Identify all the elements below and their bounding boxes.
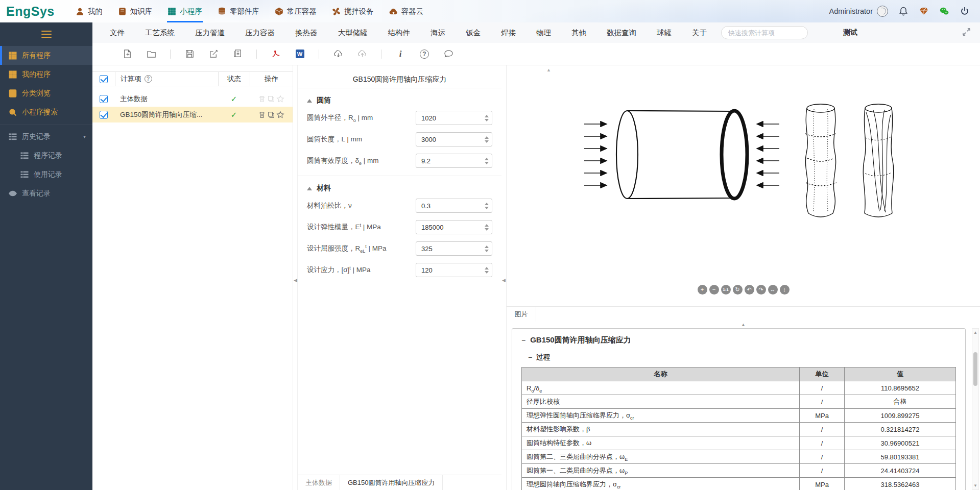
delete-icon[interactable]	[258, 95, 266, 103]
section-material[interactable]: 材料	[307, 184, 492, 193]
collapse-left-icon[interactable]: ◀	[294, 278, 297, 283]
spinner-buttons[interactable]	[482, 220, 492, 234]
nav-item-cloud[interactable]: 容器云	[381, 0, 432, 22]
tab-marine[interactable]: 海运	[420, 22, 456, 43]
tab-storage-tank[interactable]: 大型储罐	[328, 22, 378, 43]
spinner-buttons[interactable]	[482, 242, 492, 255]
export-pdf-button[interactable]	[271, 49, 281, 59]
number-input[interactable]	[416, 132, 492, 146]
yield-strength-input[interactable]	[416, 245, 482, 253]
table-row-selected[interactable]: GB150圆筒许用轴向压缩... ✓	[92, 107, 293, 122]
sidebar-item-usage-records[interactable]: 使用记录	[0, 165, 92, 184]
redo-rotate-button[interactable]: ↷	[756, 285, 766, 295]
help-circle-icon[interactable]: ?	[145, 75, 152, 83]
export-word-button[interactable]: W	[295, 49, 305, 59]
results-title-row[interactable]: − GB150圆筒许用轴向压缩应力	[521, 335, 956, 345]
sidebar-collapse-button[interactable]	[0, 22, 92, 46]
row-checkbox[interactable]	[100, 111, 108, 119]
collapse-up-icon[interactable]: ▲	[741, 322, 746, 327]
number-input[interactable]	[416, 154, 492, 168]
star-icon[interactable]	[276, 95, 284, 103]
tab-sphere-tank[interactable]: 球罐	[647, 22, 682, 43]
search-input[interactable]	[728, 29, 801, 37]
spinner-buttons[interactable]	[482, 111, 492, 125]
sidebar-item-app-search[interactable]: 小程序搜索	[0, 103, 92, 121]
nav-item-my[interactable]: 我的	[68, 0, 110, 22]
tab-data-query[interactable]: 数据查询	[596, 22, 647, 43]
sidebar-group-history[interactable]: 历史记录 ▾	[0, 127, 92, 146]
collapse-minus-icon[interactable]: −	[528, 353, 532, 361]
spinner-buttons[interactable]	[482, 133, 492, 146]
zoom-in-button[interactable]: +	[698, 285, 707, 295]
scrollbar[interactable]: ▲ ▼	[972, 328, 979, 490]
chevron-down-icon[interactable]: ▾	[83, 134, 86, 139]
sidebar-item-category-browse[interactable]: 分类浏览	[0, 84, 92, 103]
results-splitter[interactable]: ▲	[507, 322, 980, 328]
table-row[interactable]: 主体数据 ✓	[92, 91, 293, 107]
user-menu[interactable]: Administrator	[829, 6, 888, 17]
flip-horizontal-button[interactable]: ↔	[768, 285, 778, 295]
thickness-input[interactable]	[416, 157, 482, 165]
nav-item-parts[interactable]: 零部件库	[210, 0, 267, 22]
copy-icon[interactable]	[267, 95, 275, 103]
scrollbar-thumb[interactable]	[973, 352, 977, 386]
tab-pressure-vessel[interactable]: 压力容器	[235, 22, 285, 43]
info-button[interactable]: i	[395, 49, 405, 59]
help-button[interactable]: ?	[419, 49, 429, 59]
copy-icon[interactable]	[267, 111, 275, 119]
flip-vertical-button[interactable]: ↕	[780, 285, 790, 295]
scroll-down-icon[interactable]: ▼	[973, 483, 977, 488]
rotate-button[interactable]: ↻	[733, 285, 743, 295]
collapse-up-icon[interactable]: ▲	[546, 67, 551, 72]
quick-search[interactable]	[721, 26, 808, 39]
number-input[interactable]	[416, 263, 492, 277]
sidebar-item-view-records[interactable]: 查看记录	[0, 184, 92, 203]
report-button[interactable]	[232, 49, 243, 59]
elastic-modulus-input[interactable]	[416, 224, 482, 231]
tab-structure[interactable]: 结构件	[378, 22, 421, 43]
spinner-buttons[interactable]	[482, 263, 492, 277]
poisson-input[interactable]	[416, 202, 482, 210]
number-input[interactable]	[416, 220, 492, 234]
design-stress-input[interactable]	[416, 266, 482, 274]
tab-heat-exchanger[interactable]: 换热器	[285, 22, 328, 43]
scroll-up-icon[interactable]: ▲	[973, 330, 977, 335]
section-cylinder[interactable]: 圆筒	[307, 96, 492, 105]
collapse-triangle-icon[interactable]	[307, 187, 312, 190]
save-button[interactable]	[184, 49, 195, 59]
collapse-minus-icon[interactable]: −	[521, 336, 525, 345]
wechat-icon[interactable]	[939, 6, 949, 16]
new-file-button[interactable]	[122, 49, 132, 59]
nav-item-knowledge[interactable]: 知识库	[110, 0, 160, 22]
number-input[interactable]	[416, 241, 492, 256]
tab-pressure-piping[interactable]: 压力管道	[185, 22, 235, 43]
tab-sheet-metal[interactable]: 钣金	[456, 22, 491, 43]
length-input[interactable]	[416, 136, 482, 143]
fullscreen-button[interactable]	[962, 28, 971, 38]
bell-icon[interactable]	[898, 6, 909, 16]
undo-rotate-button[interactable]: ↶	[745, 285, 754, 295]
collapse-triangle-icon[interactable]	[307, 99, 312, 103]
delete-icon[interactable]	[258, 111, 266, 119]
tab-gb150-calc[interactable]: GB150圆筒许用轴向压缩应力	[340, 475, 443, 490]
number-input[interactable]	[416, 111, 492, 125]
tab-physics[interactable]: 物理	[526, 22, 561, 43]
spinner-buttons[interactable]	[482, 154, 492, 167]
row-checkbox[interactable]	[100, 95, 108, 103]
tab-welding[interactable]: 焊接	[491, 22, 526, 43]
upload-button[interactable]	[357, 49, 367, 59]
sidebar-item-program-records[interactable]: 程序记录	[0, 146, 92, 165]
select-all-checkbox[interactable]	[100, 75, 108, 83]
zoom-out-button[interactable]: −	[709, 285, 719, 295]
panel-splitter[interactable]: ◀	[501, 65, 506, 490]
open-folder-button[interactable]	[146, 49, 156, 59]
power-icon[interactable]	[960, 6, 970, 16]
collapse-left-icon[interactable]: ◀	[502, 278, 506, 283]
sidebar-item-my-programs[interactable]: 我的程序	[0, 65, 92, 84]
spinner-buttons[interactable]	[482, 199, 492, 212]
panel-splitter[interactable]: ◀	[293, 65, 297, 490]
nav-item-miniapps[interactable]: 小程序	[160, 0, 210, 22]
tab-main-data[interactable]: 主体数据	[298, 475, 340, 490]
sidebar-item-all-programs[interactable]: 所有程序	[0, 46, 92, 65]
tab-other[interactable]: 其他	[561, 22, 596, 43]
